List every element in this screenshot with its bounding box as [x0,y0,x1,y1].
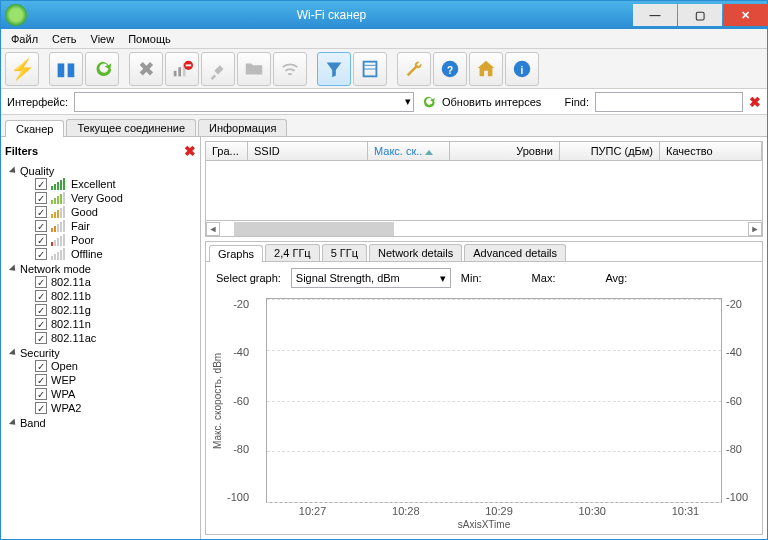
filter-item[interactable]: ✓802.11ac [35,331,196,345]
checkbox-icon[interactable]: ✓ [35,276,47,288]
connect-button[interactable] [201,52,235,86]
scan-button[interactable]: ⚡ [5,52,39,86]
plot-area[interactable] [266,298,722,503]
scroll-thumb[interactable] [234,222,394,236]
close-button[interactable]: ✕ [723,4,767,26]
scroll-right-icon[interactable]: ► [748,222,762,236]
col-levels[interactable]: Уровни [450,142,560,160]
checkbox-icon[interactable]: ✓ [35,248,47,260]
house-icon [475,58,497,80]
select-graph-dropdown[interactable]: Signal Strength, dBm▾ [291,268,451,288]
filter-item[interactable]: ✓WPA2 [35,401,196,415]
col-graph[interactable]: Гра... [206,142,248,160]
filter-item[interactable]: ✓Good [35,205,196,219]
tab-graphs[interactable]: Graphs [209,245,263,262]
checkbox-icon[interactable]: ✓ [35,290,47,302]
filter-group-mode[interactable]: Network mode [11,263,196,275]
main-panel: Гра... SSID Макс. ск.. Уровни ПУПС (дБм)… [201,137,767,539]
menu-view[interactable]: View [85,31,121,47]
filter-item[interactable]: ✓WPA [35,387,196,401]
funnel-icon [323,58,345,80]
tab-scanner[interactable]: Сканер [5,120,64,137]
col-ssid[interactable]: SSID [248,142,368,160]
delete-button[interactable]: ✖ [129,52,163,86]
filter-group-security[interactable]: Security [11,347,196,359]
graphs-panel: Graphs 2,4 ГГц 5 ГГц Network details Adv… [205,241,763,535]
filters-tree: Quality ✓Excellent✓Very Good✓Good✓Fair✓P… [5,163,196,535]
y-axis-label: Макс. скорость, dBm [212,298,223,503]
filter-group-quality[interactable]: Quality [11,165,196,177]
checkbox-icon[interactable]: ✓ [35,402,47,414]
help-button[interactable]: ? [433,52,467,86]
tab-24ghz[interactable]: 2,4 ГГц [265,244,320,261]
col-quality[interactable]: Качество [660,142,762,160]
col-maxspeed[interactable]: Макс. ск.. [368,142,450,160]
tab-info[interactable]: Информация [198,119,287,136]
tab-5ghz[interactable]: 5 ГГц [322,244,367,261]
refresh-interfaces-label[interactable]: Обновить интерсеs [442,96,541,108]
filter-item[interactable]: ✓Fair [35,219,196,233]
clear-filters-button[interactable]: ✖ [184,143,196,159]
minimize-button[interactable]: — [633,4,677,26]
checkbox-icon[interactable]: ✓ [35,178,47,190]
filter-item[interactable]: ✓Open [35,359,196,373]
wifi-button[interactable] [273,52,307,86]
tab-connection[interactable]: Текущее соединение [66,119,196,136]
filter-item[interactable]: ✓802.11b [35,289,196,303]
checkbox-icon[interactable]: ✓ [35,332,47,344]
x-ticks: 10:2710:2810:2910:3010:31 [206,505,762,517]
checkbox-icon[interactable]: ✓ [35,360,47,372]
checkbox-icon[interactable]: ✓ [35,206,47,218]
checkbox-icon[interactable]: ✓ [35,388,47,400]
checkbox-icon[interactable]: ✓ [35,318,47,330]
pause-button[interactable]: ▮▮ [49,52,83,86]
tab-advanced-details[interactable]: Advanced details [464,244,566,261]
clear-find-button[interactable]: ✖ [749,94,761,110]
details-button[interactable] [353,52,387,86]
checkbox-icon[interactable]: ✓ [35,234,47,246]
grid-hscroll[interactable]: ◄ ► [206,220,762,236]
scroll-left-icon[interactable]: ◄ [206,222,220,236]
main-tabs: Сканер Текущее соединение Информация [1,115,767,137]
tab-network-details[interactable]: Network details [369,244,462,261]
svg-text:i: i [521,64,524,75]
disconnect-button[interactable] [165,52,199,86]
filter-item[interactable]: ✓WEP [35,373,196,387]
wrench-icon [403,58,425,80]
checkbox-icon[interactable]: ✓ [35,374,47,386]
grid-header: Гра... SSID Макс. ск.. Уровни ПУПС (дБм)… [206,142,762,161]
checkbox-icon[interactable]: ✓ [35,220,47,232]
maximize-button[interactable]: ▢ [678,4,722,26]
interface-select[interactable]: ▾ [74,92,414,112]
filter-item[interactable]: ✓Very Good [35,191,196,205]
filter-item[interactable]: ✓802.11a [35,275,196,289]
col-pups[interactable]: ПУПС (дБм) [560,142,660,160]
filter-button[interactable] [317,52,351,86]
folder-button[interactable] [237,52,271,86]
x-axis-label: sAxisXTime [206,517,762,534]
help-icon: ? [439,58,461,80]
filter-item[interactable]: ✓Offline [35,247,196,261]
filter-item[interactable]: ✓Excellent [35,177,196,191]
svg-rect-4 [186,64,192,66]
filter-group-band[interactable]: Band [11,417,196,429]
filter-item[interactable]: ✓802.11g [35,303,196,317]
checkbox-icon[interactable]: ✓ [35,304,47,316]
svg-rect-0 [174,70,177,76]
refresh-interfaces-icon[interactable] [420,94,436,110]
pause-icon: ▮▮ [56,58,76,80]
menu-file[interactable]: Файл [5,31,44,47]
filter-item[interactable]: ✓Poor [35,233,196,247]
window-title: Wi-Fi сканер [31,8,632,22]
home-button[interactable] [469,52,503,86]
info-icon: i [511,58,533,80]
find-input[interactable] [595,92,743,112]
options-button[interactable] [397,52,431,86]
filter-item[interactable]: ✓802.11n [35,317,196,331]
about-button[interactable]: i [505,52,539,86]
chevron-down-icon: ▾ [405,95,411,108]
menu-net[interactable]: Сеть [46,31,82,47]
checkbox-icon[interactable]: ✓ [35,192,47,204]
menu-help[interactable]: Помощь [122,31,177,47]
refresh-button[interactable] [85,52,119,86]
